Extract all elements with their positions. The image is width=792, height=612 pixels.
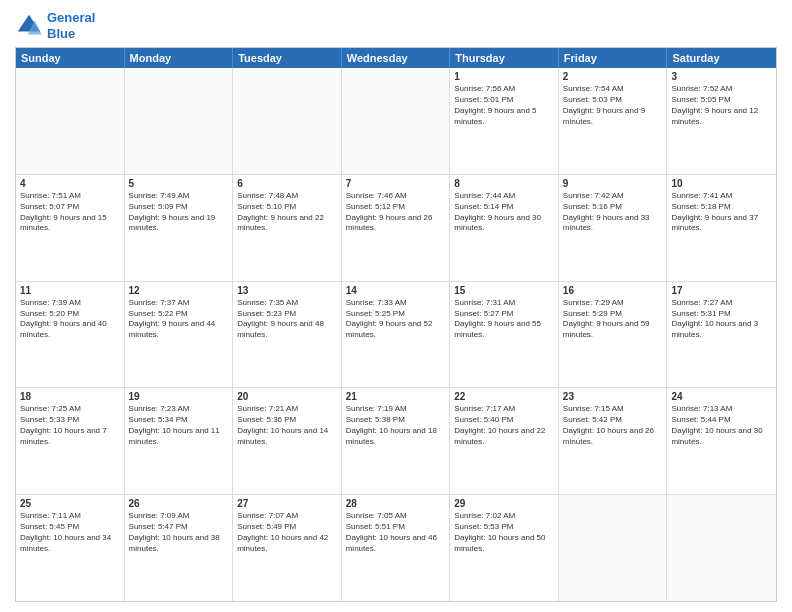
day-number: 23 (563, 391, 663, 402)
calendar-cell: 26Sunrise: 7:09 AM Sunset: 5:47 PM Dayli… (125, 495, 234, 601)
header-day-monday: Monday (125, 48, 234, 68)
calendar-cell: 22Sunrise: 7:17 AM Sunset: 5:40 PM Dayli… (450, 388, 559, 494)
calendar-cell (233, 68, 342, 174)
header-day-wednesday: Wednesday (342, 48, 451, 68)
day-number: 21 (346, 391, 446, 402)
calendar-cell: 11Sunrise: 7:39 AM Sunset: 5:20 PM Dayli… (16, 282, 125, 388)
calendar-cell: 17Sunrise: 7:27 AM Sunset: 5:31 PM Dayli… (667, 282, 776, 388)
calendar-cell (342, 68, 451, 174)
calendar: SundayMondayTuesdayWednesdayThursdayFrid… (15, 47, 777, 602)
day-number: 14 (346, 285, 446, 296)
day-number: 2 (563, 71, 663, 82)
week-row-4: 18Sunrise: 7:25 AM Sunset: 5:33 PM Dayli… (16, 388, 776, 495)
cell-info: Sunrise: 7:41 AM Sunset: 5:18 PM Dayligh… (671, 191, 772, 234)
day-number: 11 (20, 285, 120, 296)
cell-info: Sunrise: 7:19 AM Sunset: 5:38 PM Dayligh… (346, 404, 446, 447)
day-number: 3 (671, 71, 772, 82)
calendar-cell (559, 495, 668, 601)
calendar-cell: 14Sunrise: 7:33 AM Sunset: 5:25 PM Dayli… (342, 282, 451, 388)
calendar-cell: 18Sunrise: 7:25 AM Sunset: 5:33 PM Dayli… (16, 388, 125, 494)
cell-info: Sunrise: 7:15 AM Sunset: 5:42 PM Dayligh… (563, 404, 663, 447)
calendar-cell: 4Sunrise: 7:51 AM Sunset: 5:07 PM Daylig… (16, 175, 125, 281)
cell-info: Sunrise: 7:11 AM Sunset: 5:45 PM Dayligh… (20, 511, 120, 554)
day-number: 17 (671, 285, 772, 296)
cell-info: Sunrise: 7:02 AM Sunset: 5:53 PM Dayligh… (454, 511, 554, 554)
logo-icon (15, 12, 43, 40)
day-number: 27 (237, 498, 337, 509)
logo-text: General Blue (47, 10, 95, 41)
day-number: 15 (454, 285, 554, 296)
cell-info: Sunrise: 7:07 AM Sunset: 5:49 PM Dayligh… (237, 511, 337, 554)
day-number: 6 (237, 178, 337, 189)
cell-info: Sunrise: 7:27 AM Sunset: 5:31 PM Dayligh… (671, 298, 772, 341)
calendar-cell: 25Sunrise: 7:11 AM Sunset: 5:45 PM Dayli… (16, 495, 125, 601)
calendar-cell: 29Sunrise: 7:02 AM Sunset: 5:53 PM Dayli… (450, 495, 559, 601)
cell-info: Sunrise: 7:29 AM Sunset: 5:29 PM Dayligh… (563, 298, 663, 341)
calendar-header: SundayMondayTuesdayWednesdayThursdayFrid… (16, 48, 776, 68)
calendar-body: 1Sunrise: 7:56 AM Sunset: 5:01 PM Daylig… (16, 68, 776, 601)
calendar-cell: 10Sunrise: 7:41 AM Sunset: 5:18 PM Dayli… (667, 175, 776, 281)
day-number: 28 (346, 498, 446, 509)
day-number: 25 (20, 498, 120, 509)
calendar-cell (125, 68, 234, 174)
cell-info: Sunrise: 7:35 AM Sunset: 5:23 PM Dayligh… (237, 298, 337, 341)
header-day-thursday: Thursday (450, 48, 559, 68)
header-day-saturday: Saturday (667, 48, 776, 68)
cell-info: Sunrise: 7:21 AM Sunset: 5:36 PM Dayligh… (237, 404, 337, 447)
day-number: 1 (454, 71, 554, 82)
day-number: 12 (129, 285, 229, 296)
day-number: 7 (346, 178, 446, 189)
calendar-cell: 13Sunrise: 7:35 AM Sunset: 5:23 PM Dayli… (233, 282, 342, 388)
cell-info: Sunrise: 7:05 AM Sunset: 5:51 PM Dayligh… (346, 511, 446, 554)
cell-info: Sunrise: 7:51 AM Sunset: 5:07 PM Dayligh… (20, 191, 120, 234)
calendar-cell: 5Sunrise: 7:49 AM Sunset: 5:09 PM Daylig… (125, 175, 234, 281)
day-number: 13 (237, 285, 337, 296)
calendar-cell: 19Sunrise: 7:23 AM Sunset: 5:34 PM Dayli… (125, 388, 234, 494)
calendar-cell: 9Sunrise: 7:42 AM Sunset: 5:16 PM Daylig… (559, 175, 668, 281)
calendar-cell (16, 68, 125, 174)
cell-info: Sunrise: 7:31 AM Sunset: 5:27 PM Dayligh… (454, 298, 554, 341)
day-number: 22 (454, 391, 554, 402)
cell-info: Sunrise: 7:39 AM Sunset: 5:20 PM Dayligh… (20, 298, 120, 341)
calendar-cell: 8Sunrise: 7:44 AM Sunset: 5:14 PM Daylig… (450, 175, 559, 281)
day-number: 4 (20, 178, 120, 189)
cell-info: Sunrise: 7:13 AM Sunset: 5:44 PM Dayligh… (671, 404, 772, 447)
day-number: 9 (563, 178, 663, 189)
week-row-1: 1Sunrise: 7:56 AM Sunset: 5:01 PM Daylig… (16, 68, 776, 175)
page: General Blue SundayMondayTuesdayWednesda… (0, 0, 792, 612)
day-number: 10 (671, 178, 772, 189)
cell-info: Sunrise: 7:56 AM Sunset: 5:01 PM Dayligh… (454, 84, 554, 127)
cell-info: Sunrise: 7:33 AM Sunset: 5:25 PM Dayligh… (346, 298, 446, 341)
day-number: 29 (454, 498, 554, 509)
cell-info: Sunrise: 7:42 AM Sunset: 5:16 PM Dayligh… (563, 191, 663, 234)
calendar-cell: 23Sunrise: 7:15 AM Sunset: 5:42 PM Dayli… (559, 388, 668, 494)
cell-info: Sunrise: 7:44 AM Sunset: 5:14 PM Dayligh… (454, 191, 554, 234)
header-day-sunday: Sunday (16, 48, 125, 68)
calendar-cell: 12Sunrise: 7:37 AM Sunset: 5:22 PM Dayli… (125, 282, 234, 388)
calendar-cell: 6Sunrise: 7:48 AM Sunset: 5:10 PM Daylig… (233, 175, 342, 281)
cell-info: Sunrise: 7:37 AM Sunset: 5:22 PM Dayligh… (129, 298, 229, 341)
calendar-cell: 7Sunrise: 7:46 AM Sunset: 5:12 PM Daylig… (342, 175, 451, 281)
header-day-tuesday: Tuesday (233, 48, 342, 68)
calendar-cell (667, 495, 776, 601)
week-row-2: 4Sunrise: 7:51 AM Sunset: 5:07 PM Daylig… (16, 175, 776, 282)
cell-info: Sunrise: 7:25 AM Sunset: 5:33 PM Dayligh… (20, 404, 120, 447)
day-number: 20 (237, 391, 337, 402)
day-number: 5 (129, 178, 229, 189)
cell-info: Sunrise: 7:48 AM Sunset: 5:10 PM Dayligh… (237, 191, 337, 234)
calendar-cell: 21Sunrise: 7:19 AM Sunset: 5:38 PM Dayli… (342, 388, 451, 494)
logo: General Blue (15, 10, 95, 41)
calendar-cell: 28Sunrise: 7:05 AM Sunset: 5:51 PM Dayli… (342, 495, 451, 601)
cell-info: Sunrise: 7:54 AM Sunset: 5:03 PM Dayligh… (563, 84, 663, 127)
calendar-cell: 15Sunrise: 7:31 AM Sunset: 5:27 PM Dayli… (450, 282, 559, 388)
header-day-friday: Friday (559, 48, 668, 68)
calendar-cell: 1Sunrise: 7:56 AM Sunset: 5:01 PM Daylig… (450, 68, 559, 174)
calendar-cell: 20Sunrise: 7:21 AM Sunset: 5:36 PM Dayli… (233, 388, 342, 494)
cell-info: Sunrise: 7:09 AM Sunset: 5:47 PM Dayligh… (129, 511, 229, 554)
cell-info: Sunrise: 7:23 AM Sunset: 5:34 PM Dayligh… (129, 404, 229, 447)
day-number: 8 (454, 178, 554, 189)
day-number: 26 (129, 498, 229, 509)
cell-info: Sunrise: 7:17 AM Sunset: 5:40 PM Dayligh… (454, 404, 554, 447)
week-row-5: 25Sunrise: 7:11 AM Sunset: 5:45 PM Dayli… (16, 495, 776, 601)
day-number: 18 (20, 391, 120, 402)
